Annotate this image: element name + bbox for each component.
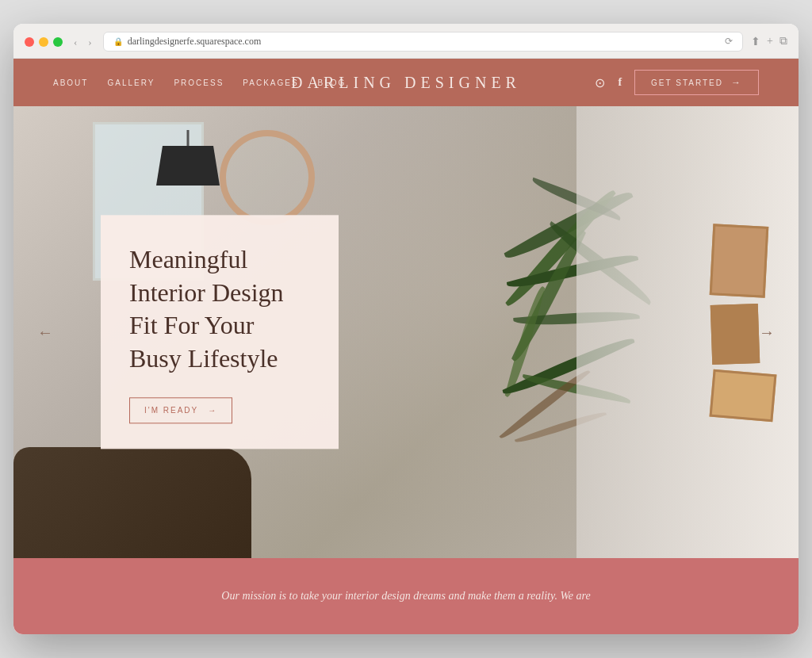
browser-window: ‹ › 🔒 darlingdesignerfe.squarespace.com …: [13, 24, 799, 634]
forward-button[interactable]: ›: [85, 34, 94, 50]
url-text: darlingdesignerfe.squarespace.com: [128, 36, 262, 48]
browser-actions: ⬆ + ⧉: [751, 35, 787, 48]
mission-text: Our mission is to take your interior des…: [221, 587, 590, 606]
lock-icon: 🔒: [113, 37, 123, 46]
maximize-button[interactable]: [53, 37, 63, 47]
couch-decor: [13, 447, 251, 558]
nav-link-gallery[interactable]: GALLERY: [107, 78, 155, 87]
browser-controls: ‹ ›: [71, 34, 95, 50]
hero-heading: Meaningful Interior Design Fit For Your …: [129, 243, 310, 375]
im-ready-button[interactable]: I'M READY →: [129, 398, 232, 424]
website: ABOUT GALLERY PROCESS PACKAGES BLOG DARL…: [13, 59, 799, 634]
nav-link-about[interactable]: ABOUT: [53, 78, 88, 87]
minimize-button[interactable]: [39, 37, 48, 47]
get-started-button[interactable]: GET STARTED →: [634, 70, 759, 95]
hero-card: Meaningful Interior Design Fit For Your …: [101, 215, 339, 449]
new-tab-icon[interactable]: +: [767, 35, 773, 48]
frame-1: [710, 224, 769, 298]
facebook-icon[interactable]: f: [618, 76, 622, 89]
lamp-shade: [156, 146, 220, 186]
navigation: ABOUT GALLERY PROCESS PACKAGES BLOG DARL…: [13, 59, 799, 106]
close-button[interactable]: [25, 37, 34, 47]
frame-3: [710, 369, 777, 423]
reload-button[interactable]: ⟳: [725, 36, 733, 48]
nav-brand[interactable]: DARLING DESIGNER: [291, 74, 521, 92]
nav-link-packages[interactable]: PACKAGES: [243, 78, 298, 87]
hero-prev-button[interactable]: ←: [37, 323, 53, 342]
hero-next-button[interactable]: →: [759, 323, 775, 342]
nav-link-process[interactable]: PROCESS: [174, 78, 224, 87]
frame-2: [710, 304, 760, 365]
hero-section: ← → Meaningful Interior Design Fit For Y…: [13, 106, 799, 558]
lamp-decor: [156, 130, 220, 201]
address-bar[interactable]: 🔒 darlingdesignerfe.squarespace.com ⟳: [103, 32, 743, 52]
instagram-icon[interactable]: ⊙: [595, 75, 605, 90]
share-icon[interactable]: ⬆: [751, 35, 760, 48]
browser-chrome: ‹ › 🔒 darlingdesignerfe.squarespace.com …: [13, 24, 799, 59]
traffic-lights: [25, 37, 63, 47]
back-button[interactable]: ‹: [71, 34, 80, 50]
tabs-icon[interactable]: ⧉: [779, 35, 787, 48]
frames-area: [711, 225, 775, 419]
mission-section: Our mission is to take your interior des…: [13, 558, 799, 634]
nav-right: ⊙ f GET STARTED →: [595, 70, 759, 95]
mirror-decor: [220, 130, 315, 225]
